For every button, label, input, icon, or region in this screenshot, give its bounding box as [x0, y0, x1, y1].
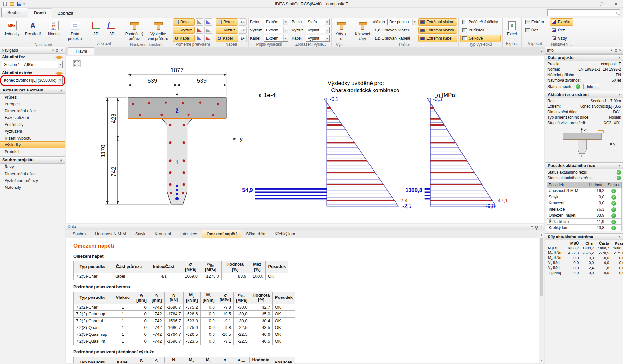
sidebar-item-dimenzacni-dilec[interactable]: Dimenzační dílec: [0, 107, 65, 114]
sidebar-item-vyztuzene-prurezy[interactable]: Vyztužené průřezy: [0, 177, 65, 184]
table-row[interactable]: Smyk0,0: [547, 194, 622, 200]
pootoceny-prurez-button[interactable]: Pootočený průřez: [123, 18, 146, 42]
scrollbar-thumb[interactable]: [540, 238, 543, 296]
scroll-down-icon[interactable]: ▼: [539, 358, 544, 363]
popis-beton-dropdown[interactable]: Extrém▼: [264, 19, 288, 25]
vertical-scrollbar[interactable]: ▲ ▼: [539, 232, 544, 363]
vypocet-rez-button[interactable]: Řez: [523, 27, 546, 34]
scroll-up-icon[interactable]: ▲: [539, 232, 544, 237]
table-row[interactable]: 7.2(3)-Quasi,sup10-742-1764,7-626,50,0-1…: [74, 331, 295, 338]
strain-diagram-icon-3[interactable]: [196, 35, 203, 42]
prev-extreme-icon[interactable]: ◀: [56, 71, 59, 75]
strain-kabel-button[interactable]: Kabel: [173, 35, 195, 42]
menu-down-icon[interactable]: ▼: [531, 225, 534, 228]
stress-vyztuz-button[interactable]: •••Výztuž: [216, 27, 238, 34]
strain-diagram-icon-2[interactable]: [196, 27, 203, 34]
popis-vyztuz-dropdown[interactable]: Extrém▼: [264, 27, 288, 33]
tab-smyk[interactable]: Smyk: [131, 230, 150, 238]
next-section-icon[interactable]: ▶: [60, 55, 63, 59]
table-row[interactable]: 7.2(3)-Quasi10-742-1680,7-575,00,0-9,8-2…: [74, 324, 295, 331]
vlakno-dropdown[interactable]: Bez popisu▼: [387, 19, 417, 25]
menu-down-icon[interactable]: ▼: [52, 49, 55, 52]
drawing-svg[interactable]: y 2 1: [66, 56, 544, 223]
strain-diagram-icon-4[interactable]: [204, 18, 212, 26]
table-row[interactable]: 7.2(2)-Char10-742-1680,7-575,20,0-9,8-30…: [74, 304, 295, 310]
pocatecni-ucinky-button[interactable]: Počáteční účinky: [460, 18, 501, 26]
kotovaci-cary-button[interactable]: Kótovací čáry: [353, 18, 372, 42]
cislovani-kabelu-button[interactable]: 1,2Číslování kabelů: [373, 35, 417, 42]
strain-beton-button[interactable]: Beton: [173, 18, 195, 26]
tab-sirka-trhlin[interactable]: Šířka trhlin: [241, 230, 270, 238]
sidebar-item-dimenzacni-dilce[interactable]: Dimenzační dílce: [0, 170, 65, 177]
tab-krehky-lom[interactable]: Křehký lom: [270, 230, 300, 238]
info-button[interactable]: Info...: [583, 84, 600, 89]
table-row[interactable]: Interakce76,3: [547, 206, 622, 212]
table-row[interactable]: Mz [kNm]0,00,00,00,0: [547, 255, 623, 260]
sidebar-item-predpeti[interactable]: Předpětí: [0, 101, 65, 107]
stress-minusF-button[interactable]: −F: [239, 27, 247, 34]
norma-button[interactable]: 1,50,925.8 Norma: [44, 18, 64, 41]
close-icon[interactable]: ✕: [540, 50, 543, 53]
maximize-button[interactable]: ▢: [594, 0, 609, 7]
nastaveni-extrem-button[interactable]: Extrém: [550, 18, 573, 26]
tab-hlavni[interactable]: Hlavní: [68, 47, 94, 55]
zobrazeni-kabel-dropdown[interactable]: Vyplnit▼: [306, 35, 330, 42]
tab-krouceni[interactable]: Kroucení: [150, 230, 176, 238]
table-row[interactable]: Křehký lom40,8: [547, 225, 622, 231]
close-button[interactable]: ✕: [609, 0, 623, 7]
fit-view-icon[interactable]: [73, 60, 80, 67]
sidebar-item-protokol[interactable]: Protokol: [0, 148, 65, 155]
nastaveni-rez-button[interactable]: Řez: [550, 27, 573, 34]
jednotky-button[interactable]: MPa Jednotky: [2, 18, 22, 41]
collapse-icon[interactable]: ∧: [618, 93, 621, 97]
tab-unosnost[interactable]: Únosnost N-M-M: [91, 230, 130, 238]
extremni-kabel-button[interactable]: Extrémní kabel: [418, 35, 457, 42]
strain-diagram-icon-6[interactable]: [204, 35, 212, 42]
sidebar-item-materialy[interactable]: Materiály: [0, 184, 65, 191]
table-row[interactable]: Vy [kN]0,00,00,00,0: [547, 261, 623, 265]
tab-interakce[interactable]: Interakce: [176, 230, 202, 238]
table-row[interactable]: 7.2(2)-Char,inf10-742-1596,7-523,80,0-9,…: [74, 317, 295, 324]
pin-icon[interactable]: [615, 49, 617, 52]
vysledky-vne-button[interactable]: Výsledky vně průřezu: [147, 18, 169, 42]
close-icon[interactable]: ✕: [619, 49, 621, 52]
drawing-canvas[interactable]: y 2 1: [66, 56, 544, 223]
table-row[interactable]: Vz [kN]0,02,41,80,0: [547, 265, 623, 270]
current-section-dropdown[interactable]: Section 1 - 7,90m▼: [2, 61, 63, 68]
current-extreme-dropdown[interactable]: Konec zivotnosti[L] (36500,0d): I▼: [2, 77, 63, 84]
sidebar-item-rizeni-vypoctu[interactable]: Řízení výpočtu: [0, 135, 65, 141]
sidebar-item-rezy[interactable]: Řezy: [0, 164, 65, 170]
table-row[interactable]: Kroucení0,0: [547, 200, 622, 206]
celkove-button[interactable]: Celkové: [460, 35, 501, 42]
sidebar-item-prurez[interactable]: Průřez: [0, 94, 65, 101]
stress-beton-button[interactable]: Beton: [216, 18, 238, 26]
table-row[interactable]: My [kNm]-622,3-575,2-570,5-575,0: [547, 250, 623, 255]
prev-section-icon[interactable]: ◀: [56, 55, 59, 59]
open-file-icon[interactable]: [9, 1, 15, 6]
tab-domu[interactable]: Domů: [28, 8, 52, 18]
koty-button[interactable]: Kóty x, d: [333, 18, 349, 42]
save-icon[interactable]: [16, 1, 22, 6]
collapse-icon[interactable]: ∧: [618, 56, 621, 60]
tab-omezeni-napeti[interactable]: Omezení napětí: [202, 230, 241, 238]
close-icon[interactable]: ✕: [60, 49, 63, 52]
excel-button[interactable]: X Excel: [504, 18, 520, 41]
pin-icon[interactable]: [56, 49, 58, 52]
prostredi-button[interactable]: A Prostředí: [23, 18, 43, 41]
table-row[interactable]: Omezení napětí83,9: [547, 212, 622, 219]
nastaveni-vzdy-button[interactable]: Vždy: [550, 35, 573, 42]
pin-icon[interactable]: [536, 51, 538, 53]
prirustek-button[interactable]: Přírůstek: [460, 27, 501, 34]
pin-icon[interactable]: [535, 226, 538, 228]
menu-down-icon[interactable]: ▼: [610, 49, 613, 52]
stress-plusF-button[interactable]: +F: [239, 18, 247, 26]
strain-diagram-icon-1[interactable]: [196, 18, 203, 26]
extremni-vlozka-button[interactable]: Extrémní vložka: [418, 27, 457, 34]
collapse-icon[interactable]: ∧: [618, 235, 621, 239]
sidebar-item-vyztuzeni[interactable]: Vyztužení: [0, 128, 65, 135]
table-row[interactable]: T [kNm]0,00,00,00,0: [547, 270, 623, 275]
zobrazeni-vyztuz-dropdown[interactable]: Vyplnit▼: [306, 27, 330, 33]
data-projektu-button[interactable]: Data projektu: [65, 18, 85, 42]
table-row[interactable]: Šířka trhliny11,9: [547, 219, 622, 225]
search-input[interactable]: [548, 11, 614, 15]
